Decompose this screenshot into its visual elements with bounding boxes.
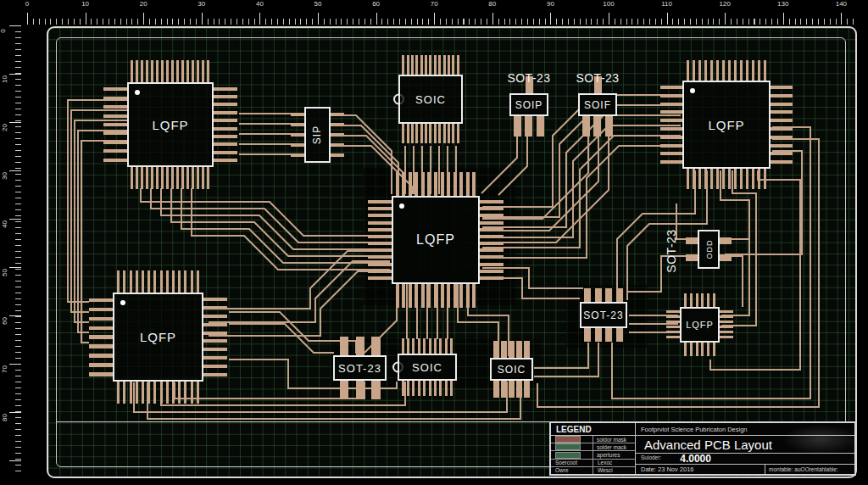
lqfp-center-pads-top — [394, 172, 477, 196]
legend-label: apertures — [593, 452, 620, 458]
sip-label: SIP — [312, 125, 324, 144]
ruler-top-label: 10 — [81, 0, 89, 8]
soic-top-pads-top — [401, 55, 460, 75]
frame-bottom-strip-line — [56, 421, 549, 422]
sot23-mid-pads-bottom — [582, 328, 625, 342]
ruler-top-label: 60 — [372, 0, 380, 8]
ruler-top-major-ticks — [24, 13, 854, 25]
sip[interactable]: SIP — [304, 107, 331, 163]
legend-swatch-cell — [551, 451, 593, 458]
sot23-mid-body[interactable]: SOT-23 — [580, 302, 627, 328]
copper-trace — [498, 136, 527, 195]
lqfp-small[interactable]: LQFP — [680, 307, 720, 343]
soic-bottom-2-pads-top — [492, 341, 531, 358]
ruler-top-label: 40 — [256, 0, 264, 8]
sot23-right-rotated[interactable]: ODD — [698, 230, 720, 269]
soic-bottom-1-body[interactable]: SOIC — [398, 354, 457, 381]
ruler-top-label: 80 — [488, 0, 496, 8]
lqfp-center[interactable]: LQFP — [392, 196, 480, 284]
scale-label: Suioder: — [641, 454, 661, 460]
lqfp-center-label: LQFP — [416, 232, 455, 248]
lqfp-bottom-left-pads-right — [203, 295, 227, 379]
ruler-top-label: 0 — [25, 0, 29, 8]
lqfp-bottom-left-body[interactable]: LQFP — [113, 293, 203, 382]
soic-bottom-2[interactable]: SOIC — [490, 358, 533, 381]
legend-label: solder mack — [593, 444, 626, 450]
lqfp-top-right-pads-bottom — [685, 169, 768, 189]
lqfp-top-left[interactable]: LQFP — [127, 82, 214, 167]
legend-row-2: apertures — [551, 451, 635, 459]
sot23-top-a-pads-bottom — [512, 116, 546, 137]
sot23-right-rotated-pads-left — [686, 232, 698, 266]
lqfp-bottom-left[interactable]: LQFP — [113, 293, 203, 382]
lqfp-small-pads-top — [682, 293, 717, 307]
soic-top[interactable]: SOIC — [398, 75, 463, 124]
lqfp-small-body[interactable]: LQFP — [680, 307, 720, 343]
ruler-top-label: 130 — [777, 0, 788, 8]
copper-trace — [209, 271, 390, 336]
sot23-bottom-body[interactable]: SOT-23 — [333, 355, 387, 381]
ruler-left-label: 50 — [1, 269, 8, 276]
lqfp-top-left-pin1-dot — [135, 90, 140, 95]
lqfp-center-body[interactable]: LQFP — [392, 196, 480, 284]
sot23-right-rotated-label: ODD — [704, 240, 713, 259]
lqfp-top-left-pads-right — [214, 85, 237, 164]
sip-body[interactable]: SIP — [304, 107, 331, 163]
lqfp-top-left-body[interactable]: LQFP — [127, 82, 214, 167]
legend-info-cell: Owre — [551, 467, 593, 474]
ruler-top-label: 100 — [603, 0, 614, 8]
scale-value: 4.0000 — [680, 454, 711, 464]
lqfp-top-right-body[interactable]: LQFP — [682, 81, 771, 169]
copper-trace — [617, 170, 695, 300]
ruler-top-label: 90 — [547, 0, 554, 8]
sot23-mid-label: SOT-23 — [583, 309, 623, 321]
soic-top-pads-bottom — [401, 124, 460, 143]
lqfp-top-right[interactable]: LQFP — [682, 81, 771, 169]
soic-top-body[interactable]: SOIC — [398, 75, 463, 124]
ruler-top-label: 20 — [140, 0, 147, 8]
sot23-mid[interactable]: SOT-23 — [580, 302, 627, 328]
soic-bottom-1[interactable]: SOIC — [398, 354, 457, 381]
lqfp-top-left-pads-bottom — [130, 167, 211, 189]
legend-swatch — [555, 452, 581, 459]
copper-trace — [147, 382, 520, 419]
sot23-top-b-pads-bottom — [581, 116, 615, 137]
sot23-top-a-caption: SOT-23 — [497, 71, 561, 85]
legend-info-cell: Wesci — [593, 467, 632, 473]
lqfp-top-right-pads-left — [660, 83, 682, 166]
sot23-mid-pads-top — [582, 288, 625, 302]
sot23-top-a-body[interactable]: SOIP — [509, 93, 548, 116]
ruler-top-label: 50 — [314, 0, 322, 8]
sot23-top-b[interactable]: SOIF — [578, 93, 617, 116]
soic-bottom-1-label: SOIC — [412, 361, 442, 374]
legend-info-cell: Soercoot — [551, 460, 593, 466]
ruler-top-label: 30 — [198, 0, 205, 8]
legend-row-1: solder mack — [551, 443, 635, 451]
legend-info-row-1: OwreWesci — [551, 467, 635, 474]
sot23-top-b-caption: SOT-23 — [565, 71, 630, 85]
legend-title: LEGEND — [551, 423, 635, 436]
ruler-top-label: 140 — [836, 0, 847, 8]
copper-trace — [171, 188, 390, 256]
sot23-bottom[interactable]: SOT-23 — [333, 355, 387, 381]
legend-info-row-0: SoercootLexoc — [551, 460, 635, 467]
sot23-right-rotated-body[interactable]: ODD — [698, 230, 720, 269]
sot23-right-rotated-pads-right — [720, 232, 732, 266]
ruler-horizontal: 0102030405060708090100110120130140 — [24, 0, 854, 25]
lqfp-center-pads-bottom — [394, 284, 477, 308]
legend-table: LEGEND soldor masksolder mackaperturesSo… — [551, 423, 636, 474]
lqfp-bottom-left-label: LQFP — [140, 330, 176, 344]
sot23-top-b-body[interactable]: SOIF — [578, 93, 617, 116]
sot23-top-a-label: SOIP — [515, 99, 543, 111]
ruler-left-label: 10 — [1, 75, 8, 83]
sot23-top-a[interactable]: SOIP — [509, 93, 548, 116]
legend-swatch — [555, 443, 581, 450]
date-row: Date: 23 Nov 2016 montable: auOOrentahla… — [636, 465, 854, 474]
soic-bottom-2-body[interactable]: SOIC — [490, 358, 533, 381]
title-block-right: Footprviot Sclence Pubricaton Design Adv… — [636, 423, 854, 474]
soic-bottom-1-pads-bottom — [400, 381, 454, 396]
sot23-top-b-label: SOIF — [584, 99, 611, 111]
pcb-layout-app: 0102030405060708090100110120130140 01020… — [0, 0, 868, 485]
legend-swatch — [555, 436, 581, 443]
ruler-left-label: 0 — [0, 29, 7, 32]
